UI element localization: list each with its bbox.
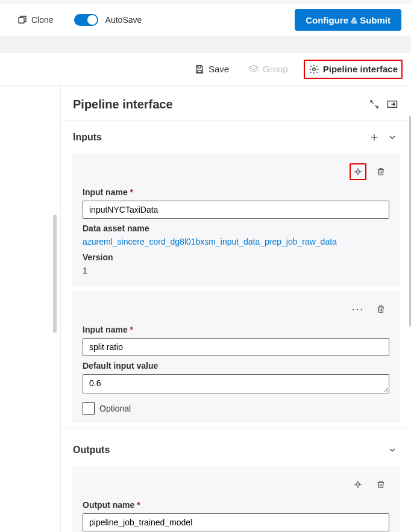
minimap-scrollbar[interactable] — [53, 215, 57, 333]
locate-input-button[interactable] — [350, 163, 366, 180]
svg-rect-1 — [198, 66, 201, 68]
delete-output-button[interactable] — [372, 476, 389, 493]
default-value-label: Default input value — [83, 361, 389, 371]
input-card: ··· Input name Default input value Optio… — [72, 291, 400, 423]
input-card: Input name Data asset name azureml_since… — [72, 154, 400, 286]
locate-output-button[interactable] — [350, 476, 366, 493]
output-name-label: Output name — [83, 500, 389, 510]
pipeline-interface-panel: Pipeline interface Inputs — [60, 86, 411, 532]
save-button[interactable]: Save — [190, 61, 233, 77]
save-icon — [194, 64, 205, 75]
inputs-heading: Inputs — [73, 132, 365, 143]
group-icon — [248, 64, 259, 75]
clone-label: Clone — [31, 15, 54, 25]
collapse-outputs-button[interactable] — [383, 441, 401, 459]
trash-icon — [376, 167, 386, 177]
target-icon — [353, 167, 363, 177]
plus-icon — [369, 133, 379, 142]
pipeline-interface-button[interactable]: Pipeline interface — [304, 60, 403, 79]
default-value-field[interactable] — [83, 374, 389, 393]
trash-icon — [376, 304, 386, 314]
clone-button[interactable]: Clone — [14, 12, 56, 28]
optional-label: Optional — [99, 404, 131, 413]
chevron-down-icon — [387, 133, 397, 142]
more-input-button[interactable]: ··· — [350, 301, 366, 318]
delete-input-button[interactable] — [372, 163, 389, 180]
output-card: Output name Type — [72, 466, 400, 532]
version-value: 1 — [83, 266, 389, 275]
delete-input-button[interactable] — [372, 301, 389, 318]
clone-icon — [17, 14, 28, 25]
version-label: Version — [83, 252, 389, 262]
input-name-field[interactable] — [83, 201, 389, 219]
target-icon — [353, 480, 363, 489]
configure-submit-button[interactable]: Configure & Submit — [295, 9, 401, 31]
autosave-label: AutoSave — [105, 15, 142, 25]
asset-name-label: Data asset name — [83, 224, 389, 233]
outputs-heading: Outputs — [73, 445, 383, 455]
close-panel-icon[interactable] — [383, 95, 401, 113]
input-name-field[interactable] — [83, 338, 389, 356]
panel-title: Pipeline interface — [73, 98, 365, 111]
group-button: Group — [245, 61, 292, 77]
autosave-toggle[interactable] — [74, 14, 98, 26]
trash-icon — [376, 480, 386, 489]
optional-checkbox[interactable] — [83, 402, 95, 415]
input-name-label: Input name — [83, 325, 389, 334]
chevron-down-icon — [387, 445, 397, 455]
svg-rect-2 — [198, 70, 201, 73]
svg-rect-0 — [19, 17, 24, 23]
svg-point-3 — [313, 67, 316, 70]
toolbar: Save Group Pipeline interface — [0, 53, 411, 86]
output-name-field[interactable] — [83, 513, 389, 531]
gear-icon — [309, 64, 319, 75]
expand-icon[interactable] — [365, 95, 383, 113]
input-name-label: Input name — [83, 187, 389, 197]
add-input-button[interactable] — [365, 128, 383, 146]
collapse-inputs-button[interactable] — [383, 128, 401, 146]
asset-link[interactable]: azureml_sincere_cord_dg8l01bxsm_input_da… — [83, 237, 389, 246]
top-bar: Clone AutoSave Configure & Submit — [0, 4, 411, 36]
